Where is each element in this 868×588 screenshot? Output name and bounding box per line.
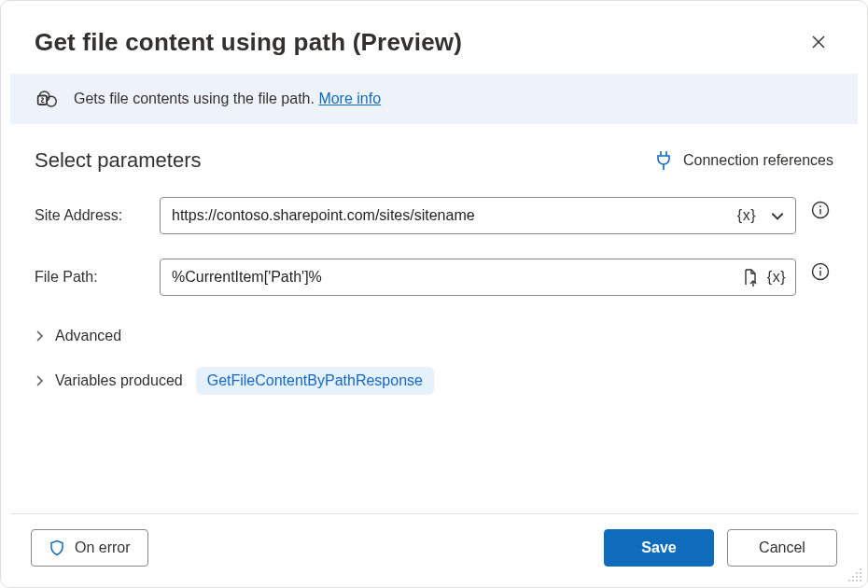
more-info-link[interactable]: More info (318, 91, 381, 106)
chevron-right-icon (35, 375, 46, 386)
cancel-label: Cancel (759, 539, 805, 556)
dialog-title: Get file content using path (Preview) (35, 28, 462, 57)
plug-icon (655, 150, 672, 171)
site-address-info[interactable] (807, 197, 833, 223)
file-path-info[interactable] (807, 259, 833, 285)
svg-point-3 (47, 96, 57, 106)
info-icon (811, 201, 830, 219)
site-address-dropdown[interactable] (763, 207, 786, 224)
file-upload-icon (741, 268, 760, 287)
variables-produced-label: Variables produced (55, 372, 183, 389)
dialog-header: Get file content using path (Preview) (10, 10, 858, 74)
dialog: Get file content using path (Preview) Ge… (0, 0, 868, 588)
info-banner: Gets file contents using the file path. … (10, 74, 858, 124)
file-path-input[interactable] (161, 259, 732, 295)
site-address-field: {x} (160, 197, 796, 234)
svg-point-14 (819, 267, 821, 269)
variables-produced-expander[interactable]: Variables produced (35, 372, 183, 389)
site-address-label: Site Address: (35, 207, 143, 224)
info-banner-description: Gets file contents using the file path. (74, 91, 318, 106)
site-address-row: Site Address: {x} (35, 197, 833, 234)
on-error-label: On error (75, 539, 131, 556)
chevron-down-icon (769, 207, 786, 224)
file-path-row: File Path: (35, 259, 833, 296)
save-label: Save (641, 539, 676, 556)
file-picker-button[interactable] (741, 268, 760, 287)
dialog-footer: On error Save Cancel (10, 513, 858, 578)
on-error-button[interactable]: On error (31, 529, 148, 567)
info-icon (811, 262, 830, 281)
connection-references-label: Connection references (683, 152, 833, 169)
close-icon (811, 35, 826, 49)
shield-icon (49, 539, 65, 556)
cancel-button[interactable]: Cancel (727, 529, 837, 567)
output-variable-chip[interactable]: GetFileContentByPathResponse (196, 367, 434, 395)
chevron-right-icon (35, 330, 46, 342)
sharepoint-connector-icon (35, 89, 61, 109)
svg-point-10 (819, 205, 821, 207)
advanced-label: Advanced (55, 328, 121, 344)
connection-references-link[interactable]: Connection references (655, 150, 833, 171)
site-address-input[interactable] (161, 198, 728, 233)
dialog-content: Select parameters Connection references … (10, 124, 858, 513)
advanced-expander[interactable]: Advanced (35, 328, 121, 344)
close-button[interactable] (804, 27, 833, 57)
file-path-label: File Path: (35, 269, 143, 286)
info-banner-text: Gets file contents using the file path. … (74, 91, 381, 107)
variable-picker-button[interactable]: {x} (767, 269, 786, 286)
variable-picker-button[interactable]: {x} (737, 207, 756, 224)
select-parameters-heading: Select parameters (35, 148, 202, 173)
save-button[interactable]: Save (604, 529, 714, 567)
file-path-field: {x} (160, 259, 796, 296)
